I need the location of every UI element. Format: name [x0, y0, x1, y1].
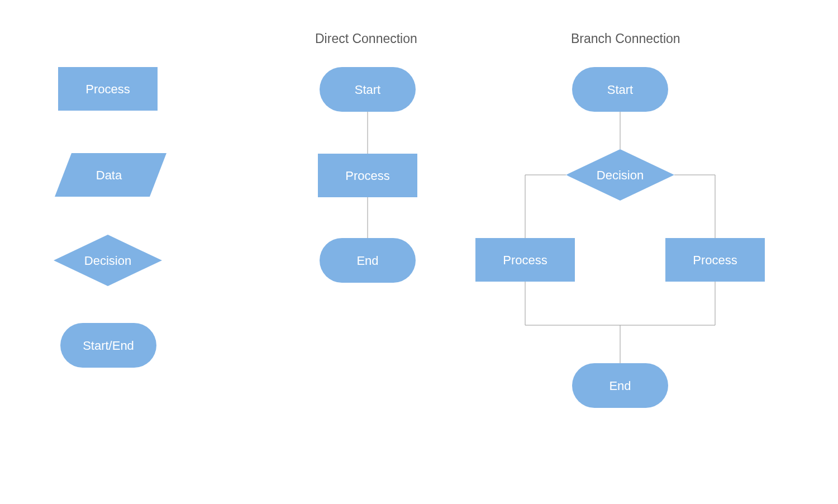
branch-end-label: End [609, 379, 631, 393]
branch-start-shape: Start [572, 67, 668, 112]
direct-start-label: Start [355, 83, 380, 97]
branch-connector-left-merge [525, 282, 620, 363]
diagram-canvas: Process Data Decision Start/End Start Pr… [0, 0, 838, 504]
legend-decision-shape: Decision [54, 235, 162, 286]
branch-process-right-label: Process [693, 253, 737, 267]
branch-connector-decision-right [674, 175, 715, 238]
branch-connector-decision-left [525, 175, 566, 238]
branch-decision-label: Decision [597, 168, 644, 182]
direct-end-label: End [356, 254, 378, 268]
branch-end-shape: End [572, 363, 668, 408]
legend-process-label: Process [85, 82, 130, 96]
direct-process-shape: Process [318, 154, 417, 197]
branch-process-right-shape: Process [665, 238, 765, 282]
legend-data-label: Data [96, 168, 122, 182]
legend-process-shape: Process [58, 67, 158, 111]
branch-process-left-label: Process [503, 253, 547, 267]
legend-terminator-shape: Start/End [60, 323, 156, 368]
legend-decision-label: Decision [84, 254, 131, 268]
legend-data-shape: Data [55, 153, 166, 197]
branch-start-label: Start [607, 83, 633, 97]
branch-process-left-shape: Process [475, 238, 575, 282]
direct-process-label: Process [345, 169, 389, 183]
branch-decision-shape: Decision [566, 149, 674, 201]
legend-terminator-label: Start/End [83, 339, 134, 353]
direct-end-shape: End [320, 238, 416, 283]
branch-connector-right-merge [620, 282, 715, 325]
direct-start-shape: Start [320, 67, 416, 112]
